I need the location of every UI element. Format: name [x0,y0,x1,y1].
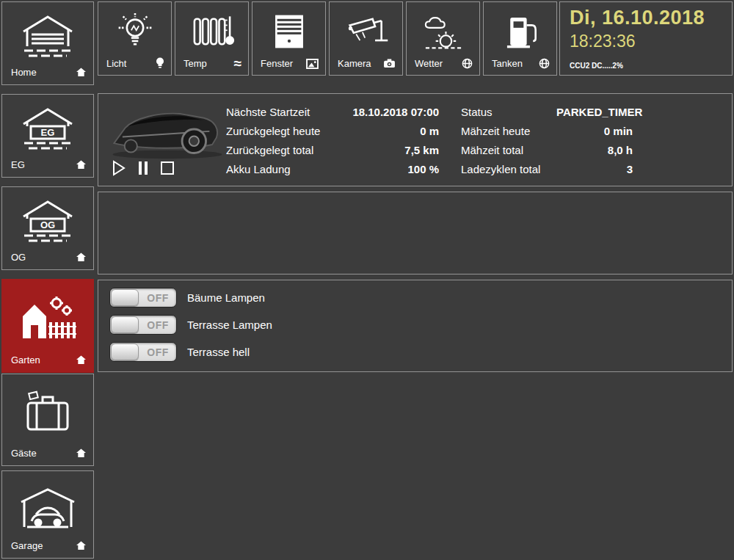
sun-cloud-icon [407,2,479,58]
home-icon [76,68,86,77]
mower-label: Zurückgelegt heute [226,125,336,137]
garden-house-icon [2,280,93,354]
sidebar-label-garage: Garage [11,540,43,551]
switch-row: OFF Terrasse Lampen [109,315,732,335]
toggle-terrasse-hell[interactable]: OFF [109,342,177,362]
toggle-knob [111,316,139,333]
mower-value: 18.10.2018 07:00 [336,106,439,118]
toggle-state: OFF [139,343,176,361]
home-automation-app: Home EG EG OG [0,0,734,560]
toolbar-label-licht: Licht [106,58,126,69]
home-icon [76,448,86,458]
garage-car-icon [2,471,93,540]
cctv-camera-icon [330,2,402,58]
camera-icon [383,59,396,68]
mower-value: 0 min [556,125,633,137]
toolbar-button-wetter[interactable]: Wetter [406,1,480,76]
picture-icon [306,59,319,69]
waves-icon: ≈ [234,59,241,69]
toolbar-button-temp[interactable]: Temp ≈ [175,1,249,76]
mower-panel: Nächste Startzeit 18.10.2018 07:00 Statu… [98,93,733,186]
toggle-terrasse-lampen[interactable]: OFF [109,315,177,335]
mower-value: 0 m [336,125,439,137]
toggle-baeume-lampen[interactable]: OFF [109,288,177,308]
toolbar-label-tanken: Tanken [492,58,523,69]
sidebar-item-gaeste[interactable]: Gäste [1,374,94,466]
home-icon [76,160,86,170]
sidebar-label-gaeste: Gäste [11,448,37,459]
switch-label: Bäume Lampen [187,291,265,304]
ccu-battery-status: CCU2 DC.....2% [570,62,623,70]
toggle-knob [111,289,139,306]
mower-label: Ladezyklen total [461,163,556,175]
robot-mower-image [104,97,230,161]
sidebar-item-garage[interactable]: Garage [1,470,94,559]
mower-status-grid: Nächste Startzeit 18.10.2018 07:00 Statu… [226,102,633,178]
home-house-icon [2,2,93,67]
switch-row: OFF Terrasse hell [109,342,732,362]
mower-value: 8,0 h [556,144,633,156]
garden-switches-panel: OFF Bäume Lampen OFF Terrasse Lampen OFF… [98,280,733,372]
eg-house-icon: EG [2,95,93,159]
sidebar-label-home: Home [11,67,37,78]
home-icon [76,252,86,262]
toolbar-button-fenster[interactable]: Fenster [252,1,326,76]
mower-value: 100 % [336,163,439,175]
svg-text:OG: OG [40,219,55,230]
sidebar-item-eg[interactable]: EG EG [1,94,94,178]
toolbar-button-licht[interactable]: Licht [98,1,172,76]
sidebar-item-garten[interactable]: Garten [1,279,94,373]
toggle-knob [111,343,139,360]
mower-label: Status [461,106,556,118]
empty-panel [98,192,733,274]
fuel-pump-icon [484,2,556,58]
mower-value: 7,5 km [336,144,439,156]
mower-label: Zurückgelegt total [226,144,336,156]
sidebar-label-eg: EG [11,159,25,170]
sidebar-label-og: OG [11,252,26,263]
mower-play-button[interactable] [112,160,126,176]
suitcase-icon [2,374,93,448]
mower-label: Mähzeit heute [461,125,556,137]
mower-value: 3 [556,163,633,175]
switch-label: Terrasse hell [187,346,250,358]
toggle-state: OFF [139,288,176,307]
toggle-state: OFF [139,316,176,334]
toolbar-label-fenster: Fenster [261,58,293,69]
switch-row: OFF Bäume Lampen [109,288,732,308]
bulb-icon [156,57,164,69]
mower-label: Akku Ladung [226,163,336,175]
sidebar-label-garten: Garten [11,354,40,366]
home-icon [76,355,86,365]
globe-icon [462,58,473,69]
toolbar-button-tanken[interactable]: Tanken [483,1,557,76]
mower-value: PARKED_TIMER [556,106,633,118]
toolbar-label-temp: Temp [184,58,207,69]
globe-icon [539,58,550,69]
radiator-icon [175,2,248,58]
mower-label: Mähzeit total [461,144,556,156]
sidebar-item-home[interactable]: Home [1,1,94,85]
toolbar-label-wetter: Wetter [415,58,443,69]
mower-stop-button[interactable] [160,160,175,176]
mower-label: Nächste Startzeit [226,106,336,118]
toolbar-label-kamera: Kamera [338,58,371,69]
mower-pause-button[interactable] [137,160,149,176]
sidebar-item-og[interactable]: OG OG [1,186,94,270]
og-house-icon: OG [2,187,93,252]
switch-label: Terrasse Lampen [187,319,272,331]
clock-panel: Di, 16.10.2018 18:23:36 CCU2 DC.....2% [559,1,733,76]
clock-time: 18:23:36 [570,32,727,51]
home-icon [76,541,86,550]
light-bulb-icon [98,2,171,57]
clock-date: Di, 16.10.2018 [570,7,727,29]
blinds-icon [252,2,325,58]
svg-text:EG: EG [41,127,55,138]
toolbar-button-kamera[interactable]: Kamera [329,1,403,76]
